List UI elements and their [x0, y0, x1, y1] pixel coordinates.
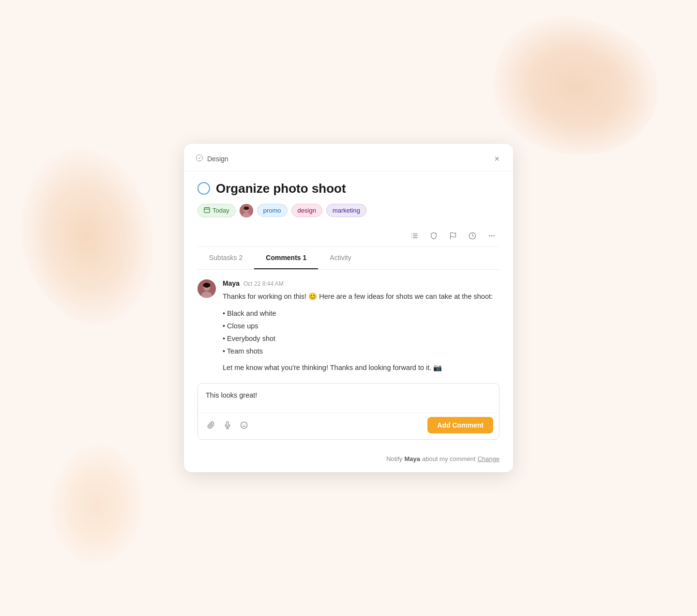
tag-today[interactable]: Today: [197, 204, 236, 217]
notify-change-link[interactable]: Change: [477, 455, 500, 462]
svg-point-13: [489, 235, 490, 236]
tab-subtasks-label: Subtasks 2: [209, 254, 242, 262]
notify-row: Notify Maya about my comment Change: [184, 449, 513, 472]
project-label: Design: [207, 155, 228, 163]
notify-prefix: Notify: [386, 455, 402, 462]
comment-bullet-list: • Black and white • Close ups • Everybod…: [223, 307, 500, 357]
tag-marketing-label: marketing: [333, 207, 360, 214]
comment-timestamp: Oct 22 8:44 AM: [243, 280, 284, 287]
tag-design[interactable]: design: [291, 204, 322, 217]
tab-comments[interactable]: Comments 1: [254, 247, 318, 269]
comment-item: Maya Oct 22 8:44 AM Thanks for working o…: [197, 279, 500, 374]
reply-box: This looks great!: [197, 383, 500, 440]
tag-promo-label: promo: [263, 207, 281, 214]
tag-promo[interactable]: promo: [257, 204, 288, 217]
reply-tools: [204, 419, 251, 431]
list-item: • Black and white: [223, 307, 500, 320]
add-comment-button[interactable]: Add Comment: [427, 417, 493, 433]
list-item: • Team shots: [223, 345, 500, 357]
list-item: • Close ups: [223, 320, 500, 332]
svg-point-14: [491, 235, 492, 236]
close-button[interactable]: ×: [492, 153, 501, 165]
project-icon: [196, 154, 203, 164]
user-avatar-tag[interactable]: [240, 204, 253, 217]
modal-header: Design ×: [184, 144, 513, 171]
reply-toolbar: Add Comment: [198, 413, 499, 439]
task-title-row: Organize photo shoot: [197, 181, 500, 196]
svg-rect-0: [204, 207, 210, 213]
comment-author-avatar: [197, 279, 216, 298]
comment-outro: Let me know what you're thinking! Thanks…: [223, 362, 500, 373]
attach-button[interactable]: [204, 419, 218, 431]
tag-today-label: Today: [212, 207, 229, 214]
comment-meta: Maya Oct 22 8:44 AM: [223, 279, 500, 287]
tag-marketing[interactable]: marketing: [326, 204, 366, 217]
task-modal: Design × Organize photo shoot Today: [184, 144, 513, 473]
emoji-button[interactable]: [237, 419, 251, 431]
task-checkbox[interactable]: [197, 182, 210, 195]
svg-point-4: [243, 206, 249, 210]
tag-design-label: design: [298, 207, 316, 214]
toolbar-more-button[interactable]: [484, 229, 500, 243]
tab-activity[interactable]: Activity: [318, 247, 363, 269]
task-title: Organize photo shoot: [216, 181, 346, 196]
header-left: Design: [196, 154, 228, 164]
comments-section: Maya Oct 22 8:44 AM Thanks for working o…: [197, 270, 500, 450]
toolbar-clock-button[interactable]: [465, 229, 480, 243]
toolbar: [197, 225, 500, 247]
notify-name: Maya: [404, 455, 420, 462]
avatar-image: [240, 204, 253, 217]
toolbar-shield-button[interactable]: [426, 229, 441, 243]
tab-activity-label: Activity: [330, 254, 351, 262]
tab-subtasks[interactable]: Subtasks 2: [197, 247, 254, 269]
modal-body: Organize photo shoot Today: [184, 171, 513, 450]
notify-middle: about my comment: [422, 455, 476, 462]
comment-author-name: Maya: [223, 279, 240, 287]
comment-body: Maya Oct 22 8:44 AM Thanks for working o…: [223, 279, 500, 374]
svg-point-22: [241, 422, 247, 429]
calendar-icon: [204, 207, 210, 215]
microphone-button[interactable]: [220, 419, 235, 431]
svg-point-15: [494, 235, 494, 236]
task-meta: Today promo design: [197, 204, 500, 217]
comment-intro: Thanks for working on this! 😊 Here are a…: [223, 291, 500, 302]
reply-input[interactable]: This looks great!: [198, 384, 499, 411]
list-item: • Everybody shot: [223, 332, 500, 345]
tabs: Subtasks 2 Comments 1 Activity: [197, 247, 500, 270]
tab-comments-label: Comments 1: [266, 254, 306, 262]
svg-point-19: [203, 283, 211, 288]
toolbar-flag-button[interactable]: [445, 229, 461, 243]
toolbar-list-button[interactable]: [407, 229, 422, 243]
